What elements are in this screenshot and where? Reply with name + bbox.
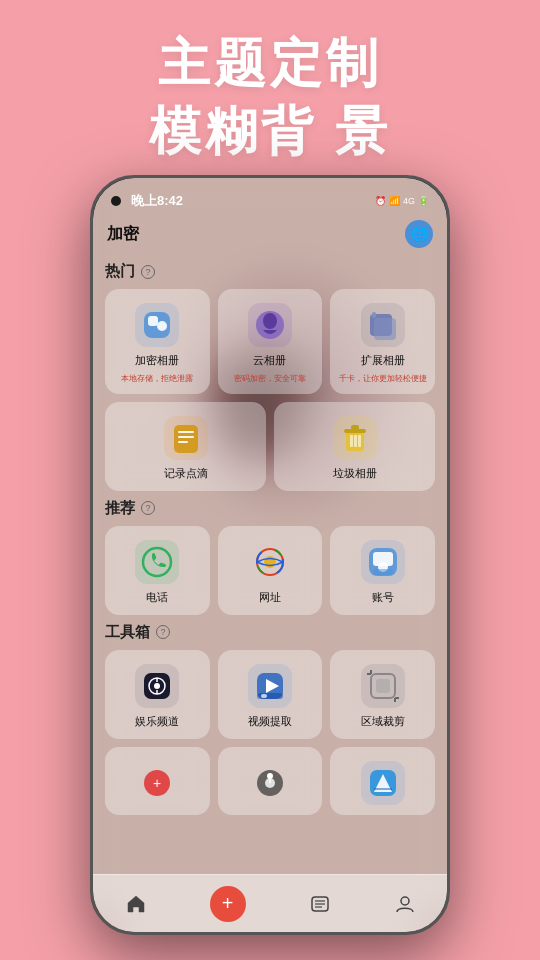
profile-icon [394,893,416,915]
app-expand-album[interactable]: 扩展相册 千卡，让你更加轻松便捷 [330,289,435,394]
app-crop[interactable]: 区域裁剪 [330,650,435,739]
hot-apps-grid-2: 记录点滴 垃圾相 [105,402,435,491]
nav-list[interactable] [309,893,331,915]
app-icon-account [361,540,405,584]
svg-rect-14 [351,425,359,430]
svg-point-29 [154,683,160,689]
svg-rect-35 [261,694,267,698]
app-label-encrypted: 加密相册 [135,353,179,368]
svg-rect-8 [174,425,198,453]
app-icon-video [248,664,292,708]
app-icon-trash [333,416,377,460]
content-area[interactable]: 热门 ? 加密相册 本地存储，拒绝泄露 [93,254,447,908]
svg-rect-7 [372,312,376,318]
app-label-entertainment: 娱乐频道 [135,714,179,729]
app-label-trash: 垃圾相册 [333,466,377,481]
section-header-tools: 工具箱 ? [105,623,435,642]
app-sublabel-expand: 千卡，让你更加轻松便捷 [339,374,427,384]
hot-apps-grid: 加密相册 本地存储，拒绝泄露 云相册 密码加密，安全可靠 [105,289,435,394]
help-icon-recommend[interactable]: ? [141,501,155,515]
svg-rect-6 [374,318,396,340]
app-sublabel-encrypted: 本地存储，拒绝泄露 [121,374,193,384]
top-bar-title: 加密 [107,224,139,245]
app-icon-encrypted [135,303,179,347]
section-title-hot: 热门 [105,262,135,281]
app-more-2[interactable] [218,747,323,815]
home-icon [125,893,147,915]
svg-rect-26 [373,569,393,575]
app-icon-more1: + [135,761,179,805]
app-label-phone: 电话 [146,590,168,605]
app-label-cloud: 云相册 [253,353,286,368]
tools-apps-grid: 娱乐频道 视频提取 [105,650,435,739]
svg-rect-11 [178,441,188,443]
bottom-navigation: + [93,874,447,932]
list-icon [309,893,331,915]
app-icon-notes [164,416,208,460]
phone-frame: 晚上8:42 ⏰ 📶 4G 🔋 加密 🌐 热门 ? [90,175,450,935]
svg-rect-34 [257,693,283,699]
app-video-extract[interactable]: 视频提取 [218,650,323,739]
phone-mockup: 晚上8:42 ⏰ 📶 4G 🔋 加密 🌐 热门 ? [90,175,450,935]
app-more-1[interactable]: + [105,747,210,815]
svg-rect-1 [148,316,158,326]
svg-rect-15 [350,435,353,447]
app-more-3[interactable] [330,747,435,815]
app-label-video: 视频提取 [248,714,292,729]
app-encrypted-album[interactable]: 加密相册 本地存储，拒绝泄露 [105,289,210,394]
svg-rect-9 [178,431,194,433]
app-phone[interactable]: 电话 [105,526,210,615]
top-bar-action-icon[interactable]: 🌐 [405,220,433,248]
header-line2: 模糊背 景 [0,98,540,166]
app-icon-cloud [248,303,292,347]
svg-rect-50 [374,788,392,790]
more-apps-grid: + [105,747,435,815]
top-bar: 加密 🌐 [93,216,447,254]
section-header-hot: 热门 ? [105,262,435,281]
nav-add-button[interactable]: + [210,886,246,922]
app-label-account: 账号 [372,590,394,605]
app-label-crop: 区域裁剪 [361,714,405,729]
app-notes[interactable]: 记录点滴 [105,402,266,491]
nav-profile[interactable] [394,893,416,915]
app-entertainment[interactable]: 娱乐频道 [105,650,210,739]
svg-point-18 [143,548,171,576]
section-header-recommend: 推荐 ? [105,499,435,518]
status-time: 晚上8:42 [131,192,183,210]
app-icon-crop [361,664,405,708]
header-line1: 主题定制 [0,30,540,98]
svg-point-55 [401,897,409,905]
svg-rect-37 [376,679,390,693]
app-icon-expand [361,303,405,347]
help-icon-hot[interactable]: ? [141,265,155,279]
section-title-recommend: 推荐 [105,499,135,518]
app-icon-more3 [361,761,405,805]
svg-point-46 [267,773,273,779]
camera-dot [111,196,121,206]
app-icon-entertainment [135,664,179,708]
svg-rect-16 [354,435,357,447]
status-bar: 晚上8:42 ⏰ 📶 4G 🔋 [93,178,447,216]
app-label-expand: 扩展相册 [361,353,405,368]
app-label-notes: 记录点滴 [164,466,208,481]
app-cloud-album[interactable]: 云相册 密码加密，安全可靠 [218,289,323,394]
app-icon-more2 [248,761,292,805]
header-section: 主题定制 模糊背 景 [0,0,540,185]
svg-rect-10 [178,436,194,438]
svg-point-2 [157,321,167,331]
app-label-website: 网址 [259,590,281,605]
phone-screen: 晚上8:42 ⏰ 📶 4G 🔋 加密 🌐 热门 ? [93,178,447,932]
app-trash-album[interactable]: 垃圾相册 [274,402,435,491]
svg-point-4 [263,313,277,329]
app-website[interactable]: 网址 [218,526,323,615]
section-title-tools: 工具箱 [105,623,150,642]
app-icon-website [248,540,292,584]
help-icon-tools[interactable]: ? [156,625,170,639]
app-sublabel-cloud: 密码加密，安全可靠 [234,374,306,384]
app-account[interactable]: 账号 [330,526,435,615]
svg-rect-17 [358,435,361,447]
app-icon-phone [135,540,179,584]
recommend-apps-grid: 电话 网址 [105,526,435,615]
svg-text:+: + [153,775,161,791]
nav-home[interactable] [125,893,147,915]
